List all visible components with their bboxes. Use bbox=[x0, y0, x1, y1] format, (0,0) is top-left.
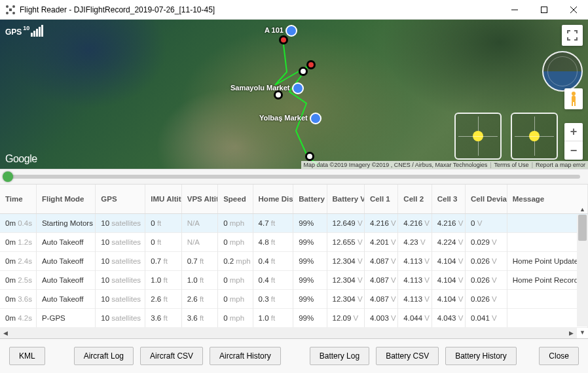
right-stick-widget[interactable] bbox=[511, 113, 558, 160]
close-window-button[interactable] bbox=[559, 0, 588, 20]
waypoint-red-1[interactable] bbox=[279, 35, 288, 44]
table-row[interactable]: 0m 1.2sAuto Takeoff10 satellites0 ftN/A0… bbox=[0, 232, 588, 251]
table-cell: 0m 2.4s bbox=[0, 251, 36, 270]
terms-link[interactable]: Terms of Use bbox=[494, 162, 529, 168]
table-cell: 12.655 V bbox=[327, 232, 365, 251]
left-stick-widget[interactable] bbox=[454, 113, 502, 160]
table-cell: 0.026 V bbox=[466, 289, 507, 308]
table-cell: 99% bbox=[293, 232, 327, 251]
scroll-left-arrow[interactable]: ◀ bbox=[0, 330, 11, 336]
table-row[interactable]: 0m 0.4sStarting Motors10 satellites0 ftN… bbox=[0, 213, 588, 232]
column-header[interactable]: Message bbox=[507, 185, 587, 213]
table-row[interactable]: 0m 4.2sP-GPS10 satellites3.6 ft3.6 ft0 m… bbox=[0, 308, 588, 327]
table-cell: 0.7 ft bbox=[145, 251, 181, 270]
horizontal-scrollbar[interactable]: ◀ ▶ bbox=[0, 327, 577, 338]
zoom-in-button[interactable]: + bbox=[564, 123, 583, 141]
zoom-out-button[interactable]: − bbox=[564, 141, 583, 160]
footer-toolbar: KML Aircraft Log Aircraft CSV Aircraft H… bbox=[0, 339, 588, 373]
scroll-down-arrow[interactable]: ▼ bbox=[577, 327, 588, 338]
table-cell: 0m 1.2s bbox=[0, 232, 36, 251]
table-cell: 0 mph bbox=[218, 308, 253, 327]
table-cell: 2.6 ft bbox=[145, 289, 181, 308]
pin-icon bbox=[292, 82, 304, 94]
column-header[interactable]: IMU Altitude bbox=[145, 185, 181, 213]
compass-widget[interactable] bbox=[542, 51, 583, 92]
aircraft-log-button[interactable]: Aircraft Log bbox=[74, 347, 134, 365]
timeline-thumb[interactable] bbox=[3, 171, 13, 182]
column-header[interactable]: Cell 3 bbox=[432, 185, 465, 213]
table-cell: 10 satellites bbox=[96, 251, 145, 270]
table-cell: 4.044 V bbox=[398, 308, 432, 327]
table-cell: 0 mph bbox=[218, 289, 253, 308]
aircraft-history-button[interactable]: Aircraft History bbox=[210, 347, 281, 365]
map-label-a101: A 101 bbox=[265, 25, 297, 37]
table-cell: P-GPS bbox=[36, 308, 95, 327]
table-cell: 12.304 V bbox=[327, 270, 365, 289]
waypoint-3[interactable] bbox=[305, 152, 314, 161]
column-header[interactable]: Cell Deviation bbox=[466, 185, 507, 213]
svg-point-0 bbox=[6, 5, 9, 8]
timeline-slider[interactable] bbox=[8, 175, 580, 179]
column-header[interactable]: VPS Altitude bbox=[181, 185, 217, 213]
table-cell: 1.0 ft bbox=[145, 270, 181, 289]
table-cell: 3.6 ft bbox=[145, 308, 181, 327]
svg-rect-12 bbox=[574, 101, 576, 106]
battery-log-button[interactable]: Battery Log bbox=[310, 347, 369, 365]
waypoint-red-2[interactable] bbox=[306, 60, 316, 69]
gps-count: 10 bbox=[23, 25, 29, 31]
table-cell: 4.224 V bbox=[432, 232, 465, 251]
table-cell: N/A bbox=[181, 213, 217, 232]
table-cell: 1.0 ft bbox=[253, 308, 293, 327]
table-cell: 4.216 V bbox=[365, 213, 398, 232]
table-cell: 4.216 V bbox=[432, 213, 465, 232]
column-header[interactable]: Battery bbox=[293, 185, 327, 213]
table-cell: 10 satellites bbox=[96, 213, 145, 232]
column-header[interactable]: Battery Voltage bbox=[327, 185, 365, 213]
scrollbar-thumb[interactable] bbox=[578, 215, 587, 241]
column-header[interactable]: Flight Mode bbox=[36, 185, 95, 213]
vertical-scrollbar[interactable]: ▲ ▼ bbox=[577, 215, 588, 327]
minimize-button[interactable] bbox=[500, 0, 529, 20]
column-header[interactable]: Time bbox=[0, 185, 36, 213]
column-header[interactable]: Cell 1 bbox=[365, 185, 398, 213]
table-row[interactable]: 0m 2.4sAuto Takeoff10 satellites0.7 ft0.… bbox=[0, 251, 588, 270]
waypoint-1[interactable] bbox=[299, 67, 308, 76]
svg-rect-6 bbox=[541, 7, 547, 12]
kml-button[interactable]: KML bbox=[9, 347, 45, 365]
table-cell: 4.113 V bbox=[398, 289, 432, 308]
aircraft-csv-button[interactable]: Aircraft CSV bbox=[140, 347, 203, 365]
column-header[interactable]: Home Distance bbox=[253, 185, 293, 213]
battery-csv-button[interactable]: Battery CSV bbox=[376, 347, 439, 365]
close-button[interactable]: Close bbox=[539, 347, 579, 365]
table-cell: 4.104 V bbox=[432, 270, 465, 289]
maximize-button[interactable] bbox=[529, 0, 559, 20]
table-row[interactable]: 0m 3.6sAuto Takeoff10 satellites2.6 ft2.… bbox=[0, 289, 588, 308]
signal-bars-icon bbox=[31, 25, 43, 37]
battery-history-button[interactable]: Battery History bbox=[445, 347, 517, 365]
table-cell: 4.043 V bbox=[432, 308, 465, 327]
table-cell: 0m 3.6s bbox=[0, 289, 36, 308]
column-header[interactable]: Speed bbox=[218, 185, 253, 213]
table-row[interactable]: 0m 2.5sAuto Takeoff10 satellites1.0 ft1.… bbox=[0, 270, 588, 289]
scroll-right-arrow[interactable]: ▶ bbox=[566, 330, 577, 336]
table-cell: Starting Motors bbox=[36, 213, 95, 232]
table-cell: 0.3 ft bbox=[253, 289, 293, 308]
map-view[interactable]: A 101 Samayolu Market Yolbaş Market GPS … bbox=[0, 20, 588, 169]
column-header[interactable]: GPS bbox=[96, 185, 145, 213]
fullscreen-button[interactable] bbox=[562, 25, 583, 46]
svg-point-9 bbox=[572, 92, 576, 96]
table-cell: 0m 4.2s bbox=[0, 308, 36, 327]
table-cell: 0.026 V bbox=[466, 251, 507, 270]
column-header[interactable]: Cell 2 bbox=[398, 185, 432, 213]
timeline-slider-row bbox=[0, 169, 588, 185]
report-link[interactable]: Report a map error bbox=[536, 162, 585, 168]
pegman-button[interactable] bbox=[564, 88, 583, 109]
table-cell: 3.6 ft bbox=[181, 308, 217, 327]
table-cell: 4.087 V bbox=[365, 251, 398, 270]
scroll-up-arrow[interactable]: ▲ bbox=[577, 204, 588, 215]
table-cell bbox=[507, 289, 587, 308]
table-cell: Home Point Recorde bbox=[507, 270, 587, 289]
table-cell: 2.6 ft bbox=[181, 289, 217, 308]
table-cell: 0.4 ft bbox=[253, 270, 293, 289]
gps-label: GPS bbox=[5, 27, 22, 37]
